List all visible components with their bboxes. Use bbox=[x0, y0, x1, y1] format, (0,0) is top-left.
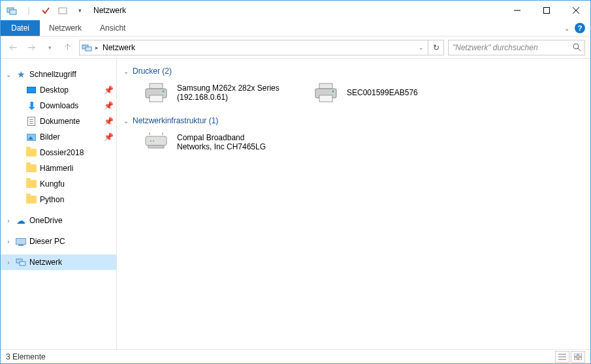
folder-icon bbox=[25, 196, 37, 204]
folder-icon bbox=[25, 149, 37, 157]
content-pane[interactable]: ⌄Drucker (2)Samsung M262x 282x Series(19… bbox=[117, 59, 590, 349]
router-icon bbox=[142, 130, 170, 154]
tree-label: OneDrive bbox=[29, 216, 116, 225]
tree-quick-item[interactable]: Kungfu bbox=[1, 176, 116, 192]
view-details-button[interactable] bbox=[555, 351, 569, 363]
tree-quick-item[interactable]: Dokumente📌 bbox=[1, 114, 116, 129]
folder-icon bbox=[25, 164, 37, 172]
tree-this-pc[interactable]: › Dieser PC bbox=[1, 234, 116, 249]
downloads-icon: ⬇ bbox=[25, 100, 37, 112]
nav-up-button[interactable]: 🡡 bbox=[61, 40, 75, 55]
group-header[interactable]: ⌄Drucker (2) bbox=[123, 64, 584, 78]
ribbon-expand-icon[interactable]: ⌄ bbox=[564, 25, 569, 32]
tree-quick-item[interactable]: Bilder📌 bbox=[1, 129, 116, 145]
svg-rect-21 bbox=[146, 136, 167, 145]
svg-rect-2 bbox=[59, 8, 67, 14]
group-header[interactable]: ⌄Netzwerkinfrastruktur (1) bbox=[123, 114, 584, 128]
item-subtitle: (192.168.0.61) bbox=[177, 93, 280, 102]
chevron-down-icon[interactable]: ⌄ bbox=[123, 117, 129, 125]
ribbon-tabs: Datei Netzwerk Ansicht ⌄ ? bbox=[1, 20, 590, 37]
tree-quick-item[interactable]: Hämmerli bbox=[1, 160, 116, 176]
tree-quick-item[interactable]: Dossier2018 bbox=[1, 145, 116, 160]
nav-back-button[interactable]: 🡠 bbox=[6, 40, 20, 55]
quick-access-icon: ★ bbox=[15, 69, 27, 80]
pin-icon: 📌 bbox=[103, 132, 114, 142]
tree-quick-item[interactable]: ⬇Downloads📌 bbox=[1, 98, 116, 114]
tree-label: Schnellzugriff bbox=[29, 70, 116, 79]
help-icon[interactable]: ? bbox=[575, 23, 585, 33]
network-item[interactable]: Compal BroadbandNetworks, Inc CH7465LG bbox=[142, 130, 298, 154]
network-item[interactable]: Samsung M262x 282x Series(192.168.0.61) bbox=[142, 81, 298, 104]
nav-recent-dropdown[interactable]: ▾ bbox=[42, 40, 57, 55]
qat-separator: | bbox=[22, 3, 36, 18]
tree-network[interactable]: › Netzwerk bbox=[1, 254, 116, 270]
printer-icon bbox=[311, 81, 340, 104]
navigation-bar: 🡠 🡢 ▾ 🡡 ▸ Netzwerk ⌄ ↻ bbox=[1, 37, 590, 59]
qat-properties-icon[interactable] bbox=[39, 3, 53, 18]
group-items: Compal BroadbandNetworks, Inc CH7465LG bbox=[123, 128, 584, 162]
chevron-right-icon[interactable]: › bbox=[5, 238, 12, 245]
svg-point-20 bbox=[332, 91, 334, 93]
ribbon-file-tab[interactable]: Datei bbox=[1, 20, 40, 36]
pin-icon: 📌 bbox=[103, 85, 114, 95]
tree-label: Bilder bbox=[40, 132, 101, 142]
qat-dropdown-icon[interactable]: ▾ bbox=[72, 3, 87, 18]
tree-label: Dossier2018 bbox=[40, 148, 116, 157]
tree-quick-item[interactable]: Desktop📌 bbox=[1, 82, 116, 98]
minimize-button[interactable] bbox=[502, 1, 532, 20]
address-icon bbox=[80, 42, 94, 53]
quick-access-toolbar: | ▾ bbox=[1, 3, 87, 18]
chevron-right-icon[interactable]: › bbox=[5, 259, 12, 266]
group-items: Samsung M262x 282x Series(192.168.0.61)S… bbox=[123, 78, 584, 112]
address-dropdown-icon[interactable]: ⌄ bbox=[415, 44, 428, 51]
nav-forward-button[interactable]: 🡢 bbox=[24, 40, 39, 55]
svg-rect-15 bbox=[150, 95, 163, 102]
address-text[interactable]: Netzwerk bbox=[100, 43, 415, 52]
address-bar[interactable]: ▸ Netzwerk ⌄ bbox=[79, 40, 428, 55]
search-box bbox=[448, 40, 585, 55]
svg-point-9 bbox=[573, 44, 579, 49]
svg-rect-4 bbox=[543, 8, 549, 14]
network-icon bbox=[15, 257, 27, 267]
app-icon[interactable] bbox=[5, 3, 19, 18]
chevron-down-icon[interactable]: ⌄ bbox=[5, 71, 12, 78]
navigation-pane[interactable]: ⌄ ★ Schnellzugriff Desktop📌⬇Downloads📌Do… bbox=[1, 59, 117, 349]
tree-label: Hämmerli bbox=[40, 164, 116, 173]
maximize-button[interactable] bbox=[532, 1, 561, 20]
status-bar: 3 Elemente bbox=[1, 349, 590, 363]
window-title: Netzwerk bbox=[93, 6, 126, 15]
search-input[interactable] bbox=[449, 43, 569, 52]
tree-onedrive[interactable]: › ☁ OneDrive bbox=[1, 213, 116, 228]
chevron-right-icon[interactable]: › bbox=[5, 217, 12, 224]
view-icons-button[interactable] bbox=[571, 351, 585, 363]
qat-new-folder-icon[interactable] bbox=[56, 3, 70, 18]
breadcrumb-separator-icon[interactable]: ▸ bbox=[94, 44, 100, 51]
tree-label: Dieser PC bbox=[29, 237, 116, 246]
pin-icon: 📌 bbox=[103, 101, 114, 110]
tree-quick-access[interactable]: ⌄ ★ Schnellzugriff bbox=[1, 67, 116, 82]
item-text: Compal BroadbandNetworks, Inc CH7465LG bbox=[177, 133, 266, 151]
group-title: Netzwerkinfrastruktur (1) bbox=[133, 116, 218, 125]
ribbon-tab-network[interactable]: Netzwerk bbox=[40, 20, 91, 36]
ribbon-tab-view[interactable]: Ansicht bbox=[91, 20, 135, 36]
svg-rect-19 bbox=[319, 95, 332, 102]
printer-icon bbox=[142, 81, 170, 104]
group-title: Drucker (2) bbox=[133, 67, 172, 76]
documents-icon bbox=[25, 117, 37, 126]
svg-rect-30 bbox=[574, 354, 577, 356]
refresh-button[interactable]: ↻ bbox=[428, 40, 444, 55]
chevron-down-icon[interactable]: ⌄ bbox=[123, 68, 129, 75]
item-subtitle: Networks, Inc CH7465LG bbox=[177, 142, 266, 151]
tree-quick-item[interactable]: Python bbox=[1, 192, 116, 207]
svg-point-25 bbox=[150, 140, 152, 142]
tree-label: Desktop bbox=[40, 85, 101, 95]
network-item[interactable]: SEC001599EAB576 bbox=[311, 81, 468, 104]
search-icon[interactable] bbox=[569, 43, 584, 52]
svg-rect-13 bbox=[150, 83, 163, 89]
svg-rect-12 bbox=[20, 262, 25, 265]
svg-rect-17 bbox=[319, 83, 332, 89]
pictures-icon bbox=[25, 134, 37, 141]
svg-rect-32 bbox=[574, 357, 577, 360]
close-button[interactable] bbox=[561, 1, 590, 20]
svg-rect-31 bbox=[579, 354, 582, 356]
